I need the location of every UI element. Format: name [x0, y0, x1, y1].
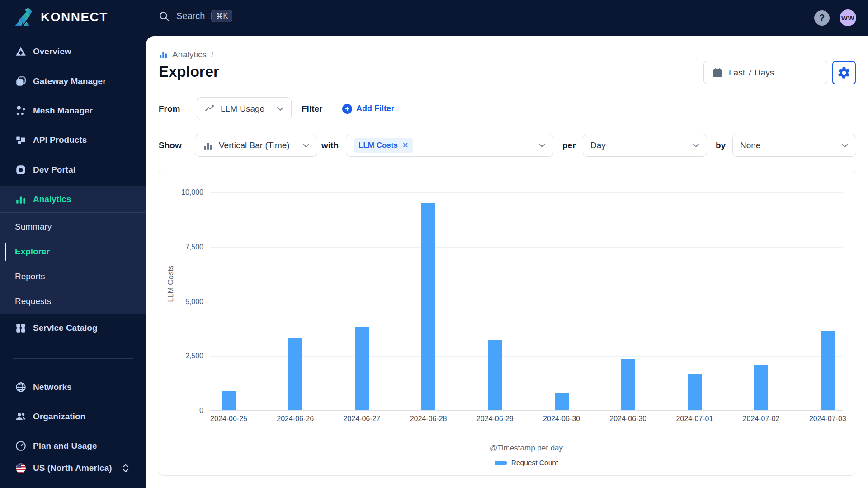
sidebar-item-dev-portal[interactable]: Dev Portal [0, 158, 146, 182]
api-products-icon [15, 134, 27, 146]
breadcrumb-link[interactable]: Analytics [172, 50, 207, 60]
sidebar-item-gateway-manager[interactable]: Gateway Manager [0, 69, 146, 94]
x-axis-label: @Timestamp per day [210, 444, 843, 453]
brand-logo[interactable]: KONNECT [13, 6, 108, 28]
breadcrumb: Analytics / [159, 50, 213, 60]
legend-label: Request Count [511, 459, 558, 467]
filter-label: Filter [302, 104, 322, 114]
page-title: Explorer [159, 63, 219, 80]
x-tick-label: 2024-07-02 [734, 415, 788, 423]
mesh-manager-icon [15, 105, 27, 117]
bar-2024-06-26[interactable] [288, 338, 302, 410]
chart-type-value: Vertical Bar (Time) [219, 141, 296, 150]
analytics-icon [15, 193, 27, 205]
show-label: Show [159, 141, 182, 150]
chart-type-select[interactable]: Vertical Bar (Time) [195, 134, 317, 157]
x-tick-label: 2024-07-03 [801, 415, 855, 423]
with-label: with [321, 141, 339, 150]
sidebar-item-mesh-manager[interactable]: Mesh Manager [0, 99, 146, 123]
bar-2024-06-27[interactable] [355, 327, 369, 410]
legend-swatch [495, 461, 507, 465]
organization-icon [15, 411, 27, 422]
sidebar-item-overview[interactable]: Overview [0, 39, 146, 64]
sidebar-item-explorer[interactable]: Explorer [0, 239, 146, 264]
avatar[interactable]: WW [840, 9, 856, 26]
date-range-value: Last 7 Days [729, 68, 774, 78]
query-row-from: From LLM Usage Filter + Add Filter [159, 97, 855, 120]
remove-chip-icon[interactable]: ✕ [402, 141, 408, 150]
x-tick-label: 2024-06-30 [534, 415, 589, 423]
date-range-button[interactable]: Last 7 Days [703, 61, 827, 84]
sidebar-group-analytics: Analytics Summary Explorer Reports Reque… [0, 186, 146, 314]
brand-name: KONNECT [41, 10, 108, 24]
plan-usage-icon [15, 440, 27, 452]
x-tick-label: 2024-07-01 [667, 415, 722, 423]
chevron-down-icon [277, 107, 284, 111]
x-tick-label: 2024-06-28 [401, 415, 456, 423]
sidebar-item-requests[interactable]: Requests [0, 289, 146, 314]
bar-chart-icon [203, 140, 213, 151]
gridline [210, 302, 843, 302]
gridline [210, 192, 843, 193]
overview-icon [15, 46, 27, 57]
keyboard-shortcut-badge: ⌘K [211, 10, 232, 22]
service-catalog-icon [15, 322, 27, 334]
sidebar-item-plan-and-usage[interactable]: Plan and Usage [0, 434, 146, 458]
metrics-multiselect[interactable]: LLM Costs ✕ [346, 134, 553, 157]
metric-chip[interactable]: LLM Costs ✕ [354, 138, 413, 153]
bar-2024-07-02[interactable] [754, 365, 768, 410]
sidebar-item-region[interactable]: US (North America) [0, 456, 146, 480]
dev-portal-icon [15, 164, 27, 176]
chart-card: LLM Costs 02,5005,0007,50010,000 2024-06… [159, 170, 855, 476]
bar-2024-07-03[interactable] [821, 331, 835, 410]
chevron-down-icon [538, 143, 546, 148]
bar-2024-06-28[interactable] [421, 203, 435, 410]
query-row-show: Show Vertical Bar (Time) with LLM Costs … [159, 134, 855, 157]
by-select[interactable]: None [732, 134, 856, 157]
bar-2024-06-29[interactable] [488, 340, 502, 410]
search-input[interactable]: Search ⌘K [158, 10, 232, 22]
main-content: Analytics / Explorer Last 7 Days Fr [146, 36, 868, 488]
topbar: Search ⌘K ? WW [146, 0, 868, 36]
y-tick-label: 0 [172, 407, 203, 415]
sidebar-item-service-catalog[interactable]: Service Catalog [0, 316, 146, 340]
sidebar-item-reports[interactable]: Reports [0, 264, 146, 289]
sidebar-item-api-products[interactable]: API Products [0, 128, 146, 152]
bar-2024-06-25[interactable] [222, 391, 236, 410]
sidebar: KONNECT Overview Gateway Manager Mesh Ma… [0, 0, 146, 488]
networks-icon [15, 381, 27, 393]
sidebar-item-summary[interactable]: Summary [0, 215, 146, 239]
settings-button[interactable] [832, 61, 856, 84]
y-tick-label: 2,500 [172, 352, 203, 360]
gridline [210, 247, 843, 248]
gridline [210, 356, 843, 357]
bar-2024-06-30[interactable] [555, 393, 569, 410]
y-tick-label: 10,000 [172, 188, 203, 197]
breadcrumb-separator: / [211, 50, 213, 60]
by-label: by [716, 141, 726, 150]
bar-2024-07-01[interactable] [688, 374, 702, 410]
per-label: per [562, 141, 576, 150]
app-root: KONNECT Overview Gateway Manager Mesh Ma… [0, 0, 868, 488]
gear-icon [837, 66, 851, 80]
divider [0, 212, 146, 213]
datasource-select[interactable]: LLM Usage [197, 97, 292, 120]
plus-circle-icon: + [342, 104, 352, 114]
bar-2024-06-30[interactable] [621, 359, 635, 411]
per-select[interactable]: Day [583, 134, 707, 157]
chevron-down-icon [302, 143, 310, 148]
by-value: None [740, 141, 835, 150]
kong-logo-icon [13, 6, 34, 28]
gateway-manager-icon [15, 75, 27, 87]
x-tick-label: 2024-06-26 [268, 415, 322, 423]
trend-sparkle-icon [204, 103, 215, 114]
sidebar-item-organization[interactable]: Organization [0, 404, 146, 429]
sidebar-item-analytics[interactable]: Analytics [0, 187, 146, 211]
from-label: From [159, 104, 180, 114]
calendar-icon [712, 67, 723, 78]
help-button[interactable]: ? [814, 10, 830, 26]
chart-legend: Request Count [210, 459, 843, 467]
sidebar-item-networks[interactable]: Networks [0, 375, 146, 399]
x-tick-label: 2024-06-25 [202, 415, 256, 423]
add-filter-button[interactable]: + Add Filter [342, 97, 394, 120]
